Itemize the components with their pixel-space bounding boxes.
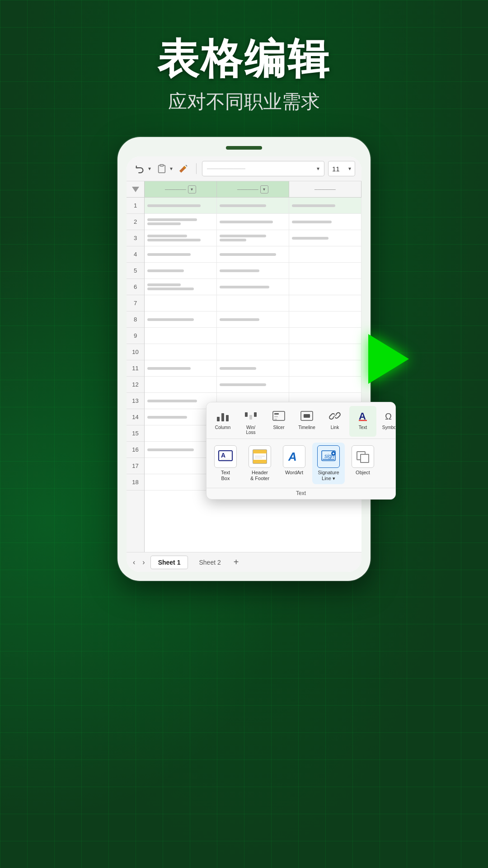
- cell-8-2[interactable]: [217, 311, 289, 327]
- cell-4-3[interactable]: [289, 246, 361, 262]
- row-num-10: 10: [127, 344, 144, 360]
- popup-item-wordart[interactable]: A WordArt: [278, 443, 310, 484]
- popup-top-row: Column Win/Loss: [206, 402, 395, 439]
- popup-item-object[interactable]: Object: [347, 443, 379, 484]
- row-num-5: 5: [127, 263, 144, 279]
- clipboard-chevron: ▾: [170, 165, 173, 172]
- cell-1-3[interactable]: [289, 198, 361, 213]
- cell-7-2[interactable]: [217, 295, 289, 311]
- cell-6-2[interactable]: [217, 279, 289, 295]
- cell-5-3[interactable]: [289, 263, 361, 278]
- text-top-icon: A: [355, 408, 371, 424]
- row-num-11: 11: [127, 360, 144, 377]
- col-header-c: ──────: [289, 181, 361, 197]
- cell-1-2[interactable]: [217, 198, 289, 213]
- undo-chevron: ▾: [148, 165, 151, 172]
- cell-9-1[interactable]: [145, 328, 217, 344]
- row-num-3: 3: [127, 230, 144, 246]
- popup-item-timeline[interactable]: Timeline: [293, 406, 320, 437]
- cell-12-2[interactable]: [217, 377, 289, 392]
- sheet-tab-1[interactable]: Sheet 1: [150, 556, 188, 569]
- row-num-14: 14: [127, 409, 144, 425]
- column-label: Column: [215, 425, 230, 430]
- popup-item-signatureline[interactable]: sign SignatureLine ▾: [312, 443, 345, 484]
- cell-1-1[interactable]: [145, 198, 217, 213]
- popup-item-text[interactable]: A Text: [349, 406, 376, 437]
- paint-button[interactable]: [176, 161, 191, 176]
- cell-5-1[interactable]: [145, 263, 217, 278]
- cell-2-1[interactable]: [145, 214, 217, 230]
- table-row: [145, 279, 361, 295]
- sheet-tab-2[interactable]: Sheet 2: [192, 556, 228, 569]
- popup-item-symbols[interactable]: Ω Symbols: [377, 406, 396, 437]
- slicer-label: Slicer: [273, 425, 284, 430]
- clipboard-button[interactable]: ▾: [155, 161, 173, 176]
- phone-container: ▾ ▾: [117, 137, 371, 581]
- table-row: [145, 246, 361, 263]
- svg-rect-14: [304, 414, 310, 418]
- cell-8-3[interactable]: [289, 311, 361, 327]
- cell-4-2[interactable]: [217, 246, 289, 262]
- table-row: [145, 230, 361, 246]
- headerfooter-icon: [249, 445, 271, 468]
- cell-3-1[interactable]: [145, 230, 217, 246]
- font-name: ──────────: [207, 165, 245, 172]
- font-selector[interactable]: ────────── ▾: [202, 161, 324, 176]
- cell-3-3[interactable]: [289, 230, 361, 246]
- cell-12-3[interactable]: [289, 377, 361, 392]
- cell-10-1[interactable]: [145, 344, 217, 360]
- col-a-chevron[interactable]: ▾: [188, 185, 196, 193]
- cell-3-2[interactable]: [217, 230, 289, 246]
- popup-section-label: Text: [206, 488, 395, 499]
- row-num-header: [127, 181, 144, 198]
- winloss-label: Win/Loss: [246, 425, 255, 435]
- header-section: 表格编辑 应对不同职业需求: [157, 0, 331, 114]
- popup-item-link[interactable]: Link: [321, 406, 348, 437]
- cell-11-2[interactable]: [217, 360, 289, 376]
- cell-10-3[interactable]: [289, 344, 361, 360]
- popup-bottom-row: A TextBox: [206, 439, 395, 488]
- table-row: [145, 214, 361, 230]
- cell-9-2[interactable]: [217, 328, 289, 344]
- svg-rect-10: [274, 416, 278, 417]
- font-size-value: 11: [332, 165, 340, 173]
- cell-11-1[interactable]: [145, 360, 217, 376]
- cell-2-2[interactable]: [217, 214, 289, 230]
- undo-button[interactable]: ▾: [133, 161, 151, 176]
- popup-item-headerfooter[interactable]: Header& Footer: [244, 443, 276, 484]
- table-row: [145, 328, 361, 344]
- timeline-icon: [299, 408, 315, 424]
- cell-7-3[interactable]: [289, 295, 361, 311]
- sheet-prev-button[interactable]: ‹: [131, 557, 137, 568]
- cell-10-2[interactable]: [217, 344, 289, 360]
- sheet-add-button[interactable]: +: [232, 555, 241, 569]
- cell-8-1[interactable]: [145, 311, 217, 327]
- cell-5-2[interactable]: [217, 263, 289, 278]
- svg-rect-2: [217, 417, 220, 421]
- cell-2-3[interactable]: [289, 214, 361, 230]
- svg-text:A: A: [288, 450, 297, 463]
- signatureline-label: SignatureLine ▾: [318, 470, 339, 481]
- col-b-chevron[interactable]: ▾: [260, 185, 268, 193]
- cell-9-3[interactable]: [289, 328, 361, 344]
- popup-item-winloss[interactable]: Win/Loss: [237, 406, 264, 437]
- cell-7-1[interactable]: [145, 295, 217, 311]
- sheet-next-button[interactable]: ›: [141, 557, 146, 568]
- paint-icon: [176, 161, 191, 176]
- col-headers: ────── ▾ ────── ▾ ──────: [145, 181, 361, 198]
- main-title: 表格编辑: [157, 36, 331, 82]
- popup-item-column[interactable]: Column: [209, 406, 236, 437]
- cell-12-1[interactable]: [145, 377, 217, 392]
- font-size-selector[interactable]: 11 ▾: [328, 161, 355, 176]
- svg-rect-6: [249, 415, 252, 420]
- col-header-a: ────── ▾: [145, 181, 217, 197]
- arrow-right: [368, 334, 409, 384]
- phone-notch: [226, 146, 262, 150]
- cell-6-3[interactable]: [289, 279, 361, 295]
- popup-item-slicer[interactable]: Slicer: [265, 406, 292, 437]
- cell-4-1[interactable]: [145, 246, 217, 262]
- font-size-chevron: ▾: [348, 165, 351, 172]
- cell-11-3[interactable]: [289, 360, 361, 376]
- popup-item-textbox[interactable]: A TextBox: [209, 443, 242, 484]
- cell-6-1[interactable]: [145, 279, 217, 295]
